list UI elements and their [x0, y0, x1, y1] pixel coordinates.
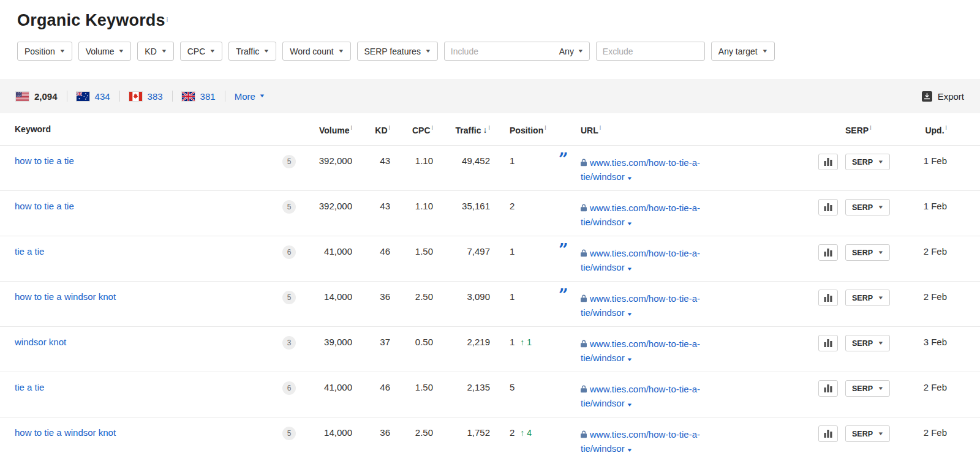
page-title: Organic Keywords — [17, 11, 165, 29]
url-expand-icon[interactable]: ▼ — [626, 353, 633, 367]
url-expand-icon[interactable]: ▼ — [626, 171, 633, 185]
position-value: 1 — [510, 155, 514, 166]
keyword-link[interactable]: how to tie a tie — [15, 201, 74, 211]
exclude-input[interactable] — [603, 47, 698, 56]
url-cell: www.ties.com/how-to-tie-a-tie/windsor▼ — [581, 337, 746, 367]
url-expand-icon[interactable]: ▼ — [626, 262, 633, 276]
chevron-down-icon: ▼ — [878, 250, 884, 255]
keyword-link[interactable]: tie a tie — [15, 382, 44, 392]
header-traffic[interactable]: Traffic↓i — [433, 124, 490, 135]
url-link[interactable]: www.ties.com/how-to-tie-a-tie/windsor — [581, 429, 700, 453]
serp-cell: SERP▼ — [845, 337, 907, 351]
filter-cpc-dropdown[interactable]: CPC▼ — [180, 42, 222, 61]
url-link[interactable]: www.ties.com/how-to-tie-a-tie/windsor — [581, 248, 700, 272]
include-mode-select[interactable]: Any▼ — [559, 47, 583, 56]
url-expand-icon[interactable]: ▼ — [626, 443, 633, 453]
include-input[interactable] — [451, 47, 559, 56]
chevron-down-icon: ▼ — [118, 49, 125, 54]
url-link[interactable]: www.ties.com/how-to-tie-a-tie/windsor — [581, 157, 700, 182]
filter-word-count-dropdown[interactable]: Word count▼ — [282, 42, 350, 61]
position-history-chart-button[interactable] — [818, 244, 838, 261]
serp-label: SERP — [852, 203, 873, 212]
position-cell: 1 ↑ — [490, 291, 559, 302]
url-expand-icon[interactable]: ▼ — [626, 398, 633, 412]
divider — [225, 91, 225, 102]
table-row: how to tie a tie 5 392,000 43 1.10 35,16… — [0, 190, 980, 236]
header-volume[interactable]: Volumei — [300, 124, 352, 135]
url-cell: www.ties.com/how-to-tie-a-tie/windsor▼ — [581, 291, 746, 321]
target-label: Any target — [718, 47, 758, 56]
header-position[interactable]: Positioni — [490, 124, 559, 135]
word-count-badge: 5 — [282, 200, 296, 214]
serp-dropdown-button[interactable]: SERP▼ — [845, 425, 890, 442]
bar-chart-icon — [824, 384, 832, 392]
filter-volume-dropdown[interactable]: Volume▼ — [78, 42, 132, 61]
title-info-icon[interactable]: i — [167, 16, 168, 23]
export-button[interactable]: Export — [922, 91, 964, 102]
filter-position-dropdown[interactable]: Position▼ — [17, 42, 72, 61]
chart-cell — [818, 382, 845, 397]
serp-label: SERP — [852, 249, 873, 257]
keyword-link[interactable]: how to tie a windsor knot — [15, 291, 116, 302]
header-cpc[interactable]: CPCi — [390, 124, 433, 135]
country-item-au[interactable]: 434 — [77, 91, 110, 102]
keyword-link[interactable]: how to tie a tie — [15, 155, 74, 166]
keyword-link[interactable]: windsor knot — [15, 337, 66, 347]
chevron-down-icon: ▼ — [258, 94, 265, 99]
badge-cell: 5 — [278, 427, 300, 440]
updated-cell: 2 Feb — [907, 291, 965, 302]
url-link[interactable]: www.ties.com/how-to-tie-a-tie/windsor — [581, 203, 700, 227]
position-history-chart-button[interactable] — [818, 335, 838, 351]
country-item-gb[interactable]: 381 — [182, 91, 216, 102]
country-item-us[interactable]: 2,094 — [16, 91, 58, 102]
header-url[interactable]: URLi — [581, 124, 746, 135]
filter-kd-dropdown[interactable]: KD▼ — [137, 42, 173, 61]
bar-chart-icon — [824, 203, 832, 211]
position-history-chart-button[interactable] — [818, 425, 838, 442]
sort-desc-icon: ↓ — [483, 125, 488, 135]
keyword-cell: how to tie a tie — [15, 155, 278, 166]
country-item-ca[interactable]: 383 — [129, 91, 163, 102]
url-expand-icon[interactable]: ▼ — [626, 217, 633, 231]
traffic-cell: 3,090 — [433, 291, 490, 302]
serp-dropdown-button[interactable]: SERP▼ — [845, 290, 890, 306]
country-count: 383 — [148, 91, 163, 102]
lock-icon — [581, 159, 587, 167]
serp-dropdown-button[interactable]: SERP▼ — [845, 335, 890, 351]
serp-dropdown-button[interactable]: SERP▼ — [845, 380, 890, 397]
position-history-chart-button[interactable] — [818, 154, 838, 170]
url-expand-icon[interactable]: ▼ — [626, 307, 633, 321]
serp-dropdown-button[interactable]: SERP▼ — [845, 244, 890, 261]
serp-dropdown-button[interactable]: SERP▼ — [845, 199, 890, 215]
cpc-cell: 0.50 — [390, 337, 433, 347]
more-countries-button[interactable]: More▼ — [235, 91, 265, 102]
chevron-down-icon: ▼ — [160, 49, 167, 54]
position-history-chart-button[interactable] — [818, 199, 838, 215]
target-dropdown[interactable]: Any target▼ — [711, 42, 775, 61]
gb-flag-icon — [182, 92, 195, 101]
serp-label: SERP — [852, 339, 873, 348]
header-updated[interactable]: Upd.i — [907, 124, 965, 135]
url-link[interactable]: www.ties.com/how-to-tie-a-tie/windsor — [581, 293, 700, 318]
traffic-cell: 2,135 — [433, 382, 490, 392]
header-kd[interactable]: KDi — [352, 124, 390, 135]
keyword-link[interactable]: how to tie a windsor knot — [15, 427, 116, 438]
keyword-link[interactable]: tie a tie — [15, 246, 44, 256]
position-history-chart-button[interactable] — [818, 380, 838, 397]
serp-cell: SERP▼ — [845, 382, 907, 397]
cpc-cell: 2.50 — [390, 291, 433, 302]
table-row: how to tie a windsor knot 5 14,000 36 2.… — [0, 417, 980, 453]
chevron-down-icon: ▼ — [425, 49, 432, 54]
filter-traffic-dropdown[interactable]: Traffic▼ — [228, 42, 276, 61]
position-history-chart-button[interactable] — [818, 290, 838, 306]
serp-dropdown-button[interactable]: SERP▼ — [845, 154, 890, 170]
position-value: 5 — [510, 382, 514, 392]
url-link[interactable]: www.ties.com/how-to-tie-a-tie/windsor — [581, 384, 700, 408]
url-link[interactable]: www.ties.com/how-to-tie-a-tie/windsor — [581, 339, 700, 363]
chevron-down-icon: ▼ — [59, 49, 66, 54]
bar-chart-icon — [824, 158, 832, 166]
header-keyword[interactable]: Keyword — [15, 124, 278, 134]
chevron-down-icon: ▼ — [878, 341, 884, 346]
filter-serp-features-dropdown[interactable]: SERP features▼ — [357, 42, 438, 61]
country-count: 381 — [200, 91, 216, 102]
